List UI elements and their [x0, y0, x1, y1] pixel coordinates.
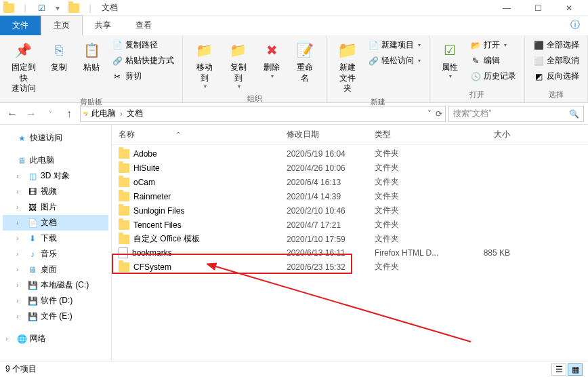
file-name: CFSystem — [133, 262, 171, 272]
col-date[interactable]: 修改日期 — [287, 129, 375, 140]
nav-3d-objects[interactable]: ›◫3D 对象 — [3, 168, 108, 184]
tab-file[interactable]: 文件 — [0, 16, 41, 35]
file-name: Adobe — [133, 149, 157, 159]
nav-network[interactable]: ›🌐网络 — [3, 331, 108, 346]
edit-icon: ✎ — [470, 56, 481, 66]
select-group-label: 选择 — [530, 88, 582, 100]
new-item-button[interactable]: 📄新建项目▾ — [365, 38, 423, 52]
view-details-button[interactable]: ☰ — [551, 363, 566, 376]
easy-access-button[interactable]: 🔗轻松访问▾ — [365, 54, 423, 68]
open-button[interactable]: 📂打开▾ — [467, 38, 519, 52]
close-button[interactable]: ✕ — [560, 3, 579, 13]
file-row[interactable]: Adobe2020/5/19 16:04文件夹 — [112, 146, 588, 161]
nav-disk-c[interactable]: ›💾本地磁盘 (C:) — [3, 277, 108, 293]
folder-icon — [119, 262, 129, 272]
new-folder-button[interactable]: 📁新建 文件夹 — [332, 38, 362, 96]
copy-path-button[interactable]: 📄复制路径 — [109, 38, 177, 52]
navigation-pane: ★快速访问 🖥此电脑 ›◫3D 对象 ›🎞视频 ›🖼图片 ›📄文档 ›⬇下载 ›… — [0, 125, 112, 361]
breadcrumb-folder[interactable]: 文档 — [124, 108, 146, 119]
search-input[interactable]: 搜索"文档" 🔍 — [448, 106, 584, 122]
file-row[interactable]: Rainmeter2020/1/4 14:39文件夹 — [112, 189, 588, 203]
file-row[interactable]: Sunlogin Files2020/2/10 10:46文件夹 — [112, 203, 588, 218]
file-row[interactable]: Tencent Files2020/4/7 17:21文件夹 — [112, 218, 588, 232]
file-row[interactable]: oCam2020/6/4 16:13文件夹 — [112, 175, 588, 189]
file-type: 文件夹 — [375, 219, 463, 231]
folder-icon — [119, 192, 129, 201]
edit-button[interactable]: ✎编辑 — [467, 54, 519, 68]
file-size: 885 KB — [463, 248, 517, 258]
file-type: 文件夹 — [375, 261, 463, 273]
paste-button[interactable]: 📋 粘贴 — [77, 38, 106, 75]
col-size[interactable]: 大小 — [463, 129, 517, 140]
folder-icon — [119, 178, 129, 187]
refresh-icon[interactable]: ⟳ — [436, 109, 442, 119]
nav-this-pc[interactable]: 🖥此电脑 — [3, 153, 108, 168]
select-all-button[interactable]: ⬛全部选择 — [530, 38, 582, 52]
nav-videos[interactable]: ›🎞视频 — [3, 184, 108, 199]
folder-icon — [68, 2, 80, 14]
maximize-button[interactable]: ☐ — [528, 3, 547, 13]
chevron-right-icon[interactable]: › — [120, 109, 123, 119]
forward-button[interactable]: → — [23, 106, 39, 122]
file-name: 自定义 Office 模板 — [133, 233, 200, 245]
col-name[interactable]: 名称⌃ — [119, 129, 287, 140]
file-type: 文件夹 — [375, 176, 463, 188]
file-icon — [119, 247, 128, 258]
recent-dropdown[interactable]: ˅ — [42, 106, 58, 122]
statusbar: 9 个项目 ☰ ▦ — [0, 361, 588, 377]
nav-downloads[interactable]: ›⬇下载 — [3, 231, 108, 246]
col-type[interactable]: 类型 — [375, 129, 463, 140]
nav-pictures[interactable]: ›🖼图片 — [3, 199, 108, 215]
nav-quick-access[interactable]: ★快速访问 — [3, 130, 108, 146]
nav-disk-e[interactable]: ›💾文件 (E:) — [3, 309, 108, 324]
file-row[interactable]: bookmarks2020/6/13 16:11Firefox HTML D..… — [112, 246, 588, 260]
chevron-right-icon[interactable]: › — [85, 109, 87, 119]
cut-button[interactable]: ✂剪切 — [109, 69, 177, 83]
properties-icon: ☑ — [439, 39, 461, 61]
file-row[interactable]: HiSuite2020/4/26 10:06文件夹 — [112, 161, 588, 175]
breadcrumb[interactable]: › 此电脑 › 文档 ˅ ⟳ — [80, 106, 446, 122]
dropdown-icon[interactable]: ˅ — [427, 109, 432, 119]
file-name: HiSuite — [133, 163, 160, 173]
move-to-button[interactable]: 📁移动到▾ — [188, 38, 219, 92]
tab-home[interactable]: 主页 — [41, 15, 83, 35]
tab-share[interactable]: 共享 — [83, 16, 123, 35]
breadcrumb-pc[interactable]: 此电脑 — [89, 108, 119, 119]
checkbox-icon[interactable]: ☑ — [35, 2, 47, 14]
search-icon[interactable]: 🔍 — [569, 109, 579, 119]
up-button[interactable]: ↑ — [61, 106, 77, 122]
nav-documents[interactable]: ›📄文档 — [3, 215, 108, 231]
nav-desktop[interactable]: ›🖥桌面 — [3, 262, 108, 277]
file-list-area: 名称⌃ 修改日期 类型 大小 Adobe2020/5/19 16:04文件夹Hi… — [112, 125, 588, 361]
history-button[interactable]: 🕓历史记录 — [467, 69, 519, 83]
view-icons-button[interactable]: ▦ — [568, 363, 583, 376]
tab-view[interactable]: 查看 — [123, 16, 164, 35]
select-none-button[interactable]: ⬜全部取消 — [530, 54, 582, 68]
copy-icon: ⎘ — [48, 39, 70, 61]
open-group-label: 打开 — [435, 88, 519, 100]
pin-button[interactable]: 📌 固定到快 速访问 — [5, 38, 41, 96]
minimize-button[interactable]: — — [497, 3, 516, 13]
pc-icon: 🖥 — [16, 155, 27, 166]
back-button[interactable]: ← — [4, 106, 20, 122]
help-icon[interactable]: ⓘ — [562, 15, 588, 35]
file-date: 2020/1/4 14:39 — [287, 192, 375, 201]
file-name: oCam — [133, 178, 155, 187]
file-type: 文件夹 — [375, 162, 463, 174]
paste-shortcut-button[interactable]: 🔗粘贴快捷方式 — [109, 54, 177, 68]
rename-button[interactable]: 📝重命名 — [289, 38, 320, 85]
invert-selection-button[interactable]: ◩反向选择 — [530, 69, 582, 83]
nav-disk-d[interactable]: ›💾软件 (D:) — [3, 293, 108, 309]
item-count: 9 个项目 — [5, 363, 37, 375]
properties-button[interactable]: ☑属性▾ — [435, 38, 465, 81]
nav-music[interactable]: ›♪音乐 — [3, 246, 108, 262]
copy-to-button[interactable]: 📁复制到▾ — [223, 38, 254, 92]
file-row[interactable]: 自定义 Office 模板2020/1/10 17:59文件夹 — [112, 232, 588, 246]
delete-button[interactable]: ✖删除▾ — [257, 38, 287, 81]
file-date: 2020/6/4 16:13 — [287, 178, 375, 187]
file-date: 2020/1/10 17:59 — [287, 235, 375, 244]
network-icon: 🌐 — [16, 334, 27, 344]
qat-dropdown[interactable]: ▾ — [51, 2, 64, 14]
file-row[interactable]: CFSystem2020/6/23 15:32文件夹 — [112, 260, 588, 274]
copy-button[interactable]: ⎘ 复制 — [44, 38, 74, 75]
